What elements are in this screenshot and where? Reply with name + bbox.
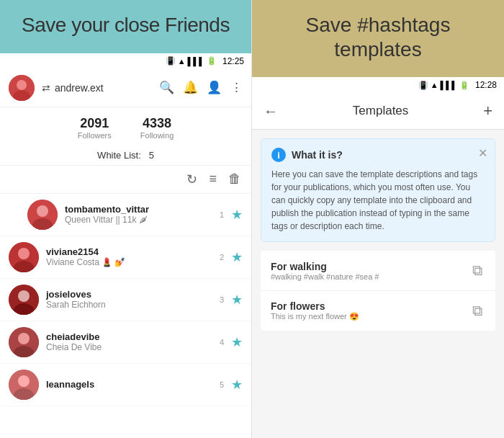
template-item: For flowers This is my next flower 😍 ⧉ [261, 291, 495, 331]
friend-info: viviane2154 Viviane Costa 💄 💅 [46, 246, 205, 267]
templates-header: ← Templates + [252, 93, 504, 130]
swap-icon: ⇄ [42, 82, 50, 94]
followers-count: 2091 [78, 116, 112, 131]
friend-username: tombamento_vittar [65, 204, 205, 215]
friend-avatar [9, 242, 39, 272]
list-item: leannagels 5 ★ [0, 364, 251, 406]
svg-point-13 [18, 333, 30, 344]
friend-index: 5 [212, 380, 224, 389]
template-tags: #walking #walk #nature #sea # [271, 272, 462, 281]
friend-info: cheiadevibe Cheia De Vibe [46, 331, 205, 352]
battery-icon: 🔋 [207, 56, 217, 66]
friend-avatar [27, 200, 58, 230]
star-icon[interactable]: ★ [231, 334, 243, 350]
left-time: 12:25 [222, 56, 244, 66]
profile-name-area: ⇄ andrew.ext [42, 82, 152, 94]
template-content: For flowers This is my next flower 😍 [271, 300, 462, 321]
friend-index: 2 [212, 253, 224, 262]
star-icon[interactable]: ★ [231, 207, 243, 223]
wifi-icon: ▲ [178, 57, 186, 66]
info-card-body: Here you can save the template descripti… [271, 168, 485, 233]
friend-username: viviane2154 [46, 246, 205, 257]
left-panel: Save your close Friends 📳 ▲ ▌▌▌ 🔋 12:25 … [0, 0, 252, 438]
whitelist-count: 5 [149, 150, 154, 161]
template-content: For walking #walking #walk #nature #sea … [271, 261, 462, 281]
profile-action-icons: 🔍 🔔 👤 ⋮ [159, 80, 243, 95]
list-item: viviane2154 Viviane Costa 💄 💅 2 ★ [0, 236, 251, 279]
friend-avatar [9, 370, 39, 400]
filter-icon[interactable]: ≡ [209, 171, 217, 187]
right-status-icons: 📳 ▲ ▌▌▌ 🔋 [418, 81, 469, 90]
friend-avatar [9, 327, 39, 357]
star-icon[interactable]: ★ [231, 249, 243, 265]
signal-icon: ▌▌▌ [441, 81, 457, 89]
profile-username: andrew.ext [55, 82, 104, 94]
info-card-title: What it is? [292, 149, 343, 161]
vibrate-icon: 📳 [418, 81, 428, 90]
friend-fullname: Viviane Costa 💄 💅 [46, 257, 205, 267]
right-banner: Save #hashtags templates [252, 0, 504, 77]
list-item: tombamento_vittar Queen Vittar || 11k 🌶 … [0, 194, 251, 236]
left-status-icons: 📳 ▲ ▌▌▌ 🔋 [166, 56, 217, 66]
template-name: For flowers [271, 300, 462, 312]
friend-info: leannagels [46, 379, 205, 390]
info-card-close-button[interactable]: ✕ [478, 146, 487, 160]
star-icon[interactable]: ★ [231, 377, 243, 393]
following-label: Following [140, 131, 174, 140]
left-banner-text: Save your close Friends [22, 14, 230, 36]
info-card: i What it is? ✕ Here you can save the te… [261, 138, 495, 242]
friend-username: josieloves [46, 289, 205, 300]
friend-fullname: Sarah Eichhorn [46, 300, 205, 310]
action-icons-row: ↻ ≡ 🗑 [0, 166, 251, 194]
following-stat: 4338 Following [140, 116, 174, 140]
bell-icon[interactable]: 🔔 [183, 80, 198, 95]
right-time: 12:28 [475, 80, 497, 90]
list-item: josieloves Sarah Eichhorn 3 ★ [0, 279, 251, 321]
friend-info: josieloves Sarah Eichhorn [46, 289, 205, 310]
template-tags: This is my next flower 😍 [271, 312, 462, 321]
refresh-icon[interactable]: ↻ [186, 171, 197, 187]
copy-button[interactable]: ⧉ [469, 300, 485, 322]
add-template-button[interactable]: + [483, 102, 492, 120]
template-name: For walking [271, 261, 462, 272]
info-card-header: i What it is? [271, 148, 485, 162]
back-button[interactable]: ← [264, 103, 278, 120]
friend-index: 3 [212, 295, 224, 304]
followers-stat: 2091 Followers [78, 116, 112, 140]
search-icon[interactable]: 🔍 [159, 80, 174, 95]
left-status-bar: 📳 ▲ ▌▌▌ 🔋 12:25 [0, 53, 251, 69]
template-list: For walking #walking #walk #nature #sea … [261, 251, 495, 331]
right-panel: Save #hashtags templates 📳 ▲ ▌▌▌ 🔋 12:28… [252, 0, 504, 438]
friends-list: tombamento_vittar Queen Vittar || 11k 🌶 … [0, 194, 251, 438]
info-icon: i [271, 148, 286, 162]
svg-point-10 [18, 290, 30, 302]
template-item: For walking #walking #walk #nature #sea … [261, 251, 495, 291]
vibrate-icon: 📳 [166, 56, 176, 66]
right-banner-text: Save #hashtags templates [306, 14, 451, 61]
svg-point-16 [18, 375, 30, 387]
friend-fullname: Cheia De Vibe [46, 342, 205, 352]
svg-point-4 [37, 205, 48, 217]
svg-point-1 [17, 80, 27, 90]
left-banner: Save your close Friends [0, 0, 251, 53]
svg-point-7 [18, 248, 30, 259]
friend-fullname: Queen Vittar || 11k 🌶 [65, 215, 205, 225]
signal-icon: ▌▌▌ [188, 57, 204, 66]
whitelist-row: White List: 5 [0, 146, 251, 166]
delete-icon[interactable]: 🗑 [228, 171, 241, 187]
wifi-icon: ▲ [431, 81, 438, 89]
followers-label: Followers [78, 131, 112, 140]
person-add-icon[interactable]: 👤 [207, 80, 222, 95]
friend-avatar [9, 285, 39, 315]
more-icon[interactable]: ⋮ [230, 80, 243, 95]
list-item: cheiadevibe Cheia De Vibe 4 ★ [0, 321, 251, 364]
friend-info: tombamento_vittar Queen Vittar || 11k 🌶 [65, 204, 205, 225]
friend-username: cheiadevibe [46, 331, 205, 342]
whitelist-label: White List: [97, 150, 141, 161]
templates-title: Templates [278, 104, 483, 118]
friend-username: leannagels [46, 379, 205, 390]
copy-button[interactable]: ⧉ [469, 259, 485, 282]
star-icon[interactable]: ★ [231, 292, 243, 308]
profile-bar: ⇄ andrew.ext 🔍 🔔 👤 ⋮ [0, 69, 251, 107]
friend-index: 4 [212, 338, 224, 347]
